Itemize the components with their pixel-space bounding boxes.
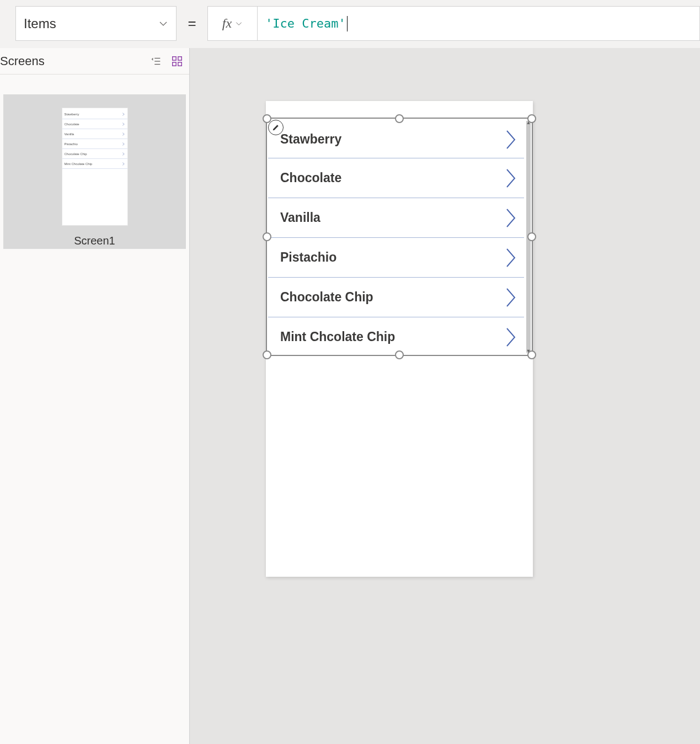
gallery-item-label: Pistachio <box>280 250 336 265</box>
screens-panel: Screens Stawberry Chocolate Vanilla Pist… <box>0 48 190 744</box>
thumb-row: Chocolate Chip <box>62 149 127 159</box>
chevron-down-icon <box>235 20 243 28</box>
resize-handle-br[interactable] <box>527 350 536 359</box>
tree-view-icon[interactable] <box>149 55 163 68</box>
fx-button[interactable]: fx <box>207 6 257 41</box>
resize-handle-mr[interactable] <box>527 232 536 241</box>
resize-handle-tr[interactable] <box>527 114 536 123</box>
screens-panel-title: Screens <box>0 54 142 68</box>
chevron-right-icon[interactable] <box>504 207 519 229</box>
svg-rect-5 <box>173 62 176 65</box>
gallery-item[interactable]: Pistachio <box>268 238 524 278</box>
svg-rect-6 <box>178 62 181 65</box>
gallery-item[interactable]: Chocolate <box>268 158 524 198</box>
thumb-row: Pistachio <box>62 139 127 149</box>
screen-thumbnail-preview: Stawberry Chocolate Vanilla Pistachio Ch… <box>62 108 128 226</box>
chevron-right-icon[interactable] <box>504 247 519 269</box>
resize-handle-bc[interactable] <box>395 350 404 359</box>
phone-screen[interactable]: Stawberry Chocolate Vanilla Pistachio Ch… <box>266 101 533 577</box>
fx-label: fx <box>222 16 232 31</box>
resize-handle-tc[interactable] <box>395 114 404 123</box>
thumb-row: Stawberry <box>62 109 127 119</box>
gallery-item[interactable]: Mint Chcolate Chip <box>268 317 524 355</box>
pencil-icon <box>271 123 280 132</box>
thumb-row: Chocolate <box>62 119 127 129</box>
design-canvas[interactable]: Stawberry Chocolate Vanilla Pistachio Ch… <box>190 48 700 744</box>
chevron-right-icon[interactable] <box>504 286 519 309</box>
edit-template-button[interactable] <box>268 120 284 135</box>
chevron-right-icon[interactable] <box>504 326 519 348</box>
svg-rect-3 <box>173 56 176 60</box>
resize-handle-ml[interactable] <box>263 232 271 241</box>
gallery-item[interactable]: Stawberry <box>268 119 524 158</box>
resize-handle-bl[interactable] <box>263 350 271 359</box>
thumb-row: Vanilla <box>62 129 127 139</box>
formula-bar: Items = fx 'Ice Cream' <box>0 6 700 41</box>
formula-equals: = <box>177 6 207 41</box>
gallery-item-label: Chocolate <box>280 171 341 185</box>
chevron-down-icon <box>158 19 168 29</box>
thumbnail-view-icon[interactable] <box>170 55 184 68</box>
text-caret <box>347 16 348 31</box>
chevron-right-icon[interactable] <box>504 129 519 151</box>
formula-text: 'Ice Cream' <box>265 17 346 30</box>
svg-rect-4 <box>178 56 181 60</box>
gallery-item-label: Mint Chcolate Chip <box>280 330 395 344</box>
screens-panel-header: Screens <box>0 48 189 75</box>
property-select-label: Items <box>24 16 56 31</box>
formula-input[interactable]: 'Ice Cream' <box>257 6 700 41</box>
gallery-item-label: Stawberry <box>280 132 341 147</box>
screen-thumbnail-card[interactable]: Stawberry Chocolate Vanilla Pistachio Ch… <box>3 94 186 249</box>
gallery-selection-box[interactable]: Stawberry Chocolate Vanilla Pistachio Ch… <box>266 118 533 356</box>
gallery-item[interactable]: Chocolate Chip <box>268 278 524 317</box>
gallery-item-label: Chocolate Chip <box>280 290 373 305</box>
screen-thumbnail-label: Screen1 <box>74 235 115 247</box>
chevron-right-icon[interactable] <box>504 167 519 189</box>
property-select[interactable]: Items <box>15 6 177 41</box>
gallery-item-label: Vanilla <box>280 210 320 225</box>
gallery-control[interactable]: Stawberry Chocolate Vanilla Pistachio Ch… <box>268 119 524 355</box>
thumb-row: Mint Chcolate Chip <box>62 159 127 169</box>
gallery-item[interactable]: Vanilla <box>268 198 524 238</box>
